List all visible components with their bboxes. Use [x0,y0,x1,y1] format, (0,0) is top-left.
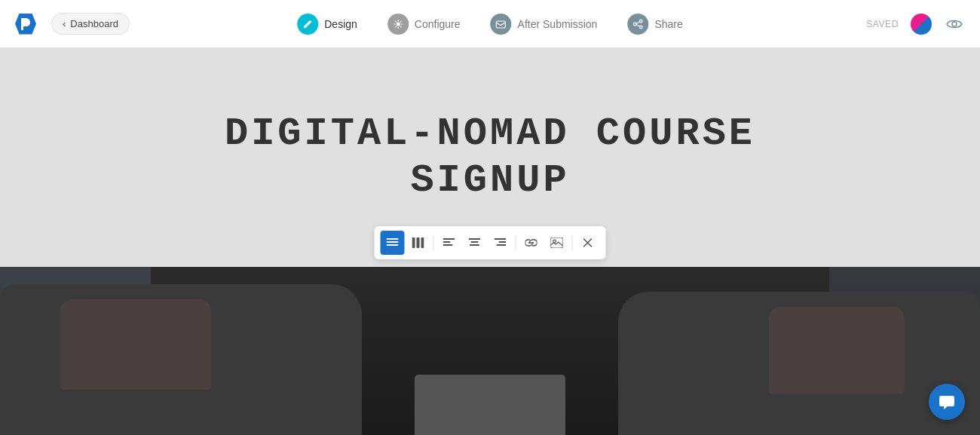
svg-rect-16 [471,241,479,243]
svg-rect-13 [443,241,451,243]
toolbar-link-button[interactable] [519,231,544,255]
svg-rect-7 [387,241,399,243]
configure-icon [387,14,409,35]
dashboard-label: Dashboard [70,18,118,29]
main-content: DIGITAL-NOMAD COURSE SIGNUP [0,48,980,435]
toolbar-layout-text-button[interactable] [381,231,405,255]
toolbar-divider-2 [516,235,516,250]
svg-rect-21 [551,237,563,248]
seat-left-headrest [60,299,211,390]
page-title-line2: SIGNUP [225,158,755,204]
svg-point-22 [553,240,556,243]
toolbar-divider-1 [433,235,434,250]
seat-right [618,292,980,435]
svg-rect-10 [417,237,420,248]
svg-rect-14 [443,244,453,246]
svg-point-2 [640,20,643,23]
logo-icon [15,14,36,35]
svg-rect-17 [470,244,479,246]
svg-rect-1 [497,21,506,28]
nav-center: Design Configure After Submission [297,14,682,35]
svg-rect-6 [387,238,399,240]
nav-item-configure[interactable]: Configure [387,14,461,35]
toolbar-image-button[interactable] [545,231,569,255]
svg-rect-11 [421,237,424,248]
toolbar-align-center-button[interactable] [463,231,487,255]
toolbar-divider-3 [572,235,573,250]
svg-rect-15 [469,238,481,240]
text-toolbar [375,226,606,259]
contrast-icon[interactable] [911,14,932,35]
toolbar-columns-button[interactable] [406,231,430,255]
dashboard-button[interactable]: ‹ Dashboard [51,13,130,35]
svg-rect-12 [443,238,455,240]
after-submission-label: After Submission [518,18,598,30]
svg-point-5 [952,22,957,26]
svg-rect-19 [499,241,507,243]
svg-rect-9 [412,237,415,248]
after-submission-icon [491,14,512,35]
car-interior-graphic [0,267,980,435]
page-title: DIGITAL-NOMAD COURSE SIGNUP [225,111,755,205]
nav-right: SAVED [866,14,965,35]
logo [15,14,36,35]
svg-rect-20 [497,244,507,246]
share-label: Share [654,18,682,30]
seat-left [0,284,362,435]
top-navigation: ‹ Dashboard Design Configure [0,0,980,48]
toolbar-align-left-button[interactable] [437,231,461,255]
nav-item-after-submission[interactable]: After Submission [491,14,598,35]
share-icon [627,14,648,35]
seat-center [415,375,565,435]
hero-image [0,267,980,435]
header-area: DIGITAL-NOMAD COURSE SIGNUP [0,48,980,267]
svg-point-4 [640,26,643,29]
configure-label: Configure [415,18,461,30]
svg-point-0 [396,22,400,26]
page-title-line1: DIGITAL-NOMAD COURSE [225,111,755,158]
seat-right-headrest [769,307,905,394]
saved-status: SAVED [866,19,899,29]
chat-button[interactable] [929,384,965,420]
svg-rect-8 [387,244,399,246]
preview-icon[interactable] [944,14,965,35]
design-label: Design [324,18,357,30]
toolbar-close-button[interactable] [576,231,600,255]
nav-item-share[interactable]: Share [627,14,682,35]
svg-rect-18 [495,238,507,240]
back-arrow-icon: ‹ [63,18,66,29]
toolbar-align-right-button[interactable] [488,231,513,255]
nav-item-design[interactable]: Design [297,14,357,35]
design-icon [297,14,318,35]
svg-point-3 [634,23,637,26]
